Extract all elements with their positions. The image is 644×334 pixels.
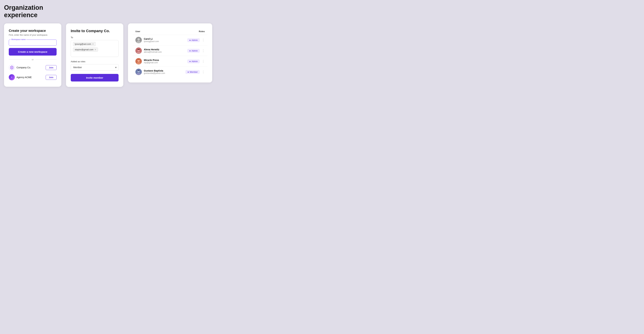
role-text-gustavo: Member [190, 71, 198, 73]
divider-text: or [32, 58, 34, 61]
roles-label: Added as roles [71, 60, 118, 63]
users-table-card: User Roles Carol Li lyoung@aol.com ● Adm… [128, 23, 212, 82]
svg-rect-7 [138, 49, 140, 50]
user-details-miracle: Miracle Press mp@gmail.com [144, 59, 159, 64]
user-right-alena: ● Admin ⋮ [187, 49, 205, 53]
user-left-alena: Alena Herwitz alena@hotmail.com [136, 47, 162, 54]
role-text-alena: Admin [192, 49, 198, 52]
workspace-info-company: Company Co. [9, 64, 31, 70]
user-name-gustavo: Gustavo Baptista [144, 69, 165, 72]
user-name-miracle: Miracle Press [144, 59, 159, 61]
page-title: Organization experience [4, 4, 640, 19]
table-header: User Roles [133, 29, 208, 35]
role-icon-carol: ● [189, 39, 191, 41]
avatar-miracle [136, 58, 142, 64]
workspace-item-agency: Agency ACME Join [9, 73, 56, 81]
more-options-carol[interactable]: ⋮ [202, 38, 205, 42]
table-row: Miracle Press mp@gmail.com ● Admin ⋮ [133, 56, 208, 67]
role-select-wrapper: Member Admin Viewer ▾ [71, 64, 118, 70]
user-right-carol: ● Admin ⋮ [187, 38, 205, 42]
user-right-miracle: ● Admin ⋮ [187, 59, 205, 63]
more-options-gustavo[interactable]: ⋮ [202, 70, 205, 74]
company-logo [9, 64, 15, 70]
col-user: User [136, 30, 140, 33]
divider-line-right [35, 59, 56, 60]
agency-name: Agency ACME [16, 76, 32, 79]
svg-rect-14 [138, 70, 140, 71]
role-icon-alena: ● [189, 49, 191, 52]
more-options-alena[interactable]: ⋮ [202, 49, 205, 52]
role-badge-alena: ● Admin [187, 49, 200, 53]
avatar-carol [136, 37, 142, 43]
tag-lyoung: lyoung@aol.com ✕ [73, 42, 96, 46]
divider: or [9, 58, 56, 61]
invite-member-button[interactable]: Invite member [71, 74, 118, 81]
user-right-gustavo: ● Member ⋮ [186, 70, 205, 74]
user-left-carol: Carol Li lyoung@aol.com [136, 37, 159, 43]
tags-row: lyoung@aol.com ✕ xtaylor@gmail.com ✕ [73, 42, 116, 52]
table-row: Alena Herwitz alena@hotmail.com ● Admin … [133, 45, 208, 56]
role-icon-gustavo: ● [188, 71, 189, 73]
user-name-alena: Alena Herwitz [144, 48, 162, 51]
user-details-alena: Alena Herwitz alena@hotmail.com [144, 48, 162, 53]
user-email-alena: alena@hotmail.com [144, 51, 162, 53]
svg-point-2 [138, 38, 140, 40]
table-row: Carol Li lyoung@aol.com ● Admin ⋮ [133, 35, 208, 45]
tag-remove-lyoung[interactable]: ✕ [92, 43, 94, 45]
user-email-gustavo: gustavoba@yahoo.com [144, 72, 165, 74]
role-select[interactable]: Member Admin Viewer [71, 64, 118, 70]
workspace-name-label: Workspace name [10, 38, 26, 40]
user-details-carol: Carol Li lyoung@aol.com [144, 37, 159, 42]
table-row: Gustavo Baptista gustavoba@yahoo.com ● M… [133, 67, 208, 77]
workspace-info-agency: Agency ACME [9, 74, 32, 80]
more-options-miracle[interactable]: ⋮ [202, 59, 205, 63]
invite-card: Invite to Company Co. To lyoung@aol.com … [66, 23, 123, 87]
role-icon-miracle: ● [189, 60, 191, 63]
user-email-miracle: mp@gmail.com [144, 61, 159, 64]
create-workspace-button[interactable]: Create a new workspace [9, 48, 56, 55]
user-left-miracle: Miracle Press mp@gmail.com [136, 58, 159, 64]
tag-email-lyoung: lyoung@aol.com [75, 43, 91, 45]
create-workspace-subtitle: First, enter the name of your workspace. [9, 34, 56, 36]
role-badge-miracle: ● Admin [187, 59, 200, 63]
workspace-list: Company Co. Join Agency ACME Joi [9, 63, 56, 81]
role-text-miracle: Admin [192, 60, 198, 63]
user-details-gustavo: Gustavo Baptista gustavoba@yahoo.com [144, 69, 165, 74]
workspace-item-company: Company Co. Join [9, 63, 56, 71]
workspace-name-field: Workspace name [9, 39, 56, 46]
divider-line-left [9, 59, 30, 60]
role-badge-carol: ● Admin [187, 38, 200, 42]
user-left-gustavo: Gustavo Baptista gustavoba@yahoo.com [136, 69, 165, 75]
create-workspace-title: Create your workspace [9, 29, 56, 33]
workspace-name-input[interactable] [11, 41, 54, 44]
tag-remove-xtaylor[interactable]: ✕ [94, 48, 96, 51]
agency-logo [9, 74, 15, 80]
invite-title: Invite to Company Co. [71, 29, 118, 33]
tag-email-xtaylor: xtaylor@gmail.com [75, 48, 94, 51]
cards-container: Create your workspace First, enter the n… [4, 23, 640, 87]
company-name: Company Co. [16, 66, 31, 69]
user-name-carol: Carol Li [144, 37, 159, 40]
avatar-gustavo [136, 69, 142, 75]
create-workspace-card: Create your workspace First, enter the n… [4, 23, 61, 87]
user-email-carol: lyoung@aol.com [144, 40, 159, 42]
role-text-carol: Admin [192, 39, 198, 41]
role-badge-gustavo: ● Member [186, 70, 200, 74]
avatar-alena [136, 47, 142, 54]
col-roles: Roles [199, 30, 205, 33]
company-join-button[interactable]: Join [46, 65, 56, 70]
to-label: To [71, 36, 118, 39]
agency-join-button[interactable]: Join [46, 75, 56, 80]
to-input-area[interactable]: lyoung@aol.com ✕ xtaylor@gmail.com ✕ [71, 40, 118, 57]
tag-xtaylor: xtaylor@gmail.com ✕ [73, 47, 98, 52]
